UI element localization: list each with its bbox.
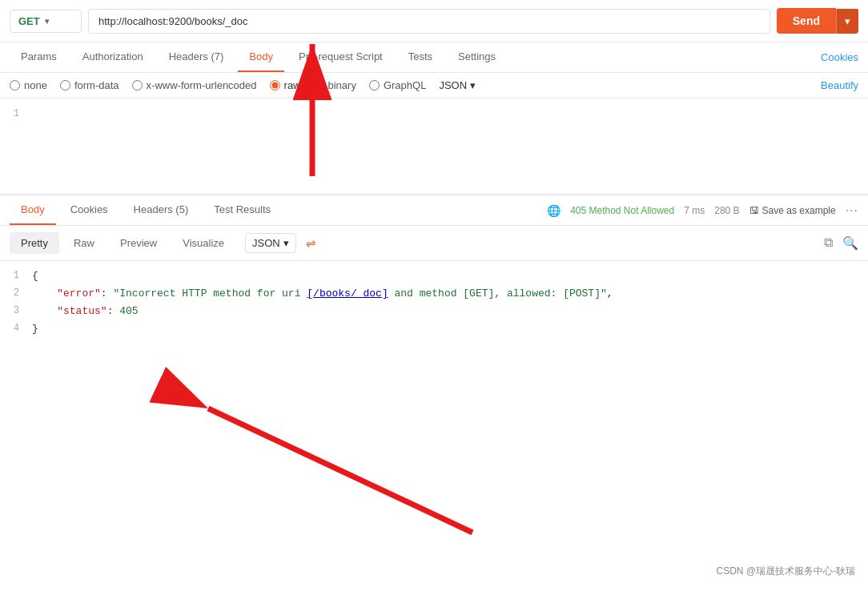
search-icon[interactable]: 🔍	[842, 235, 858, 251]
resp-line-num-2: 2	[0, 285, 32, 301]
resp-line-num-3: 3	[0, 303, 32, 319]
format-dropdown[interactable]: JSON ▾	[439, 79, 476, 91]
response-format-dropdown[interactable]: JSON ▾	[245, 233, 296, 253]
watermark: CSDN @瑞晟技术服务中心-耿瑞	[716, 565, 855, 578]
view-tab-raw[interactable]: Raw	[62, 232, 106, 254]
resp-line-num-4: 4	[0, 320, 32, 336]
req-line-num-1: 1	[0, 107, 32, 122]
view-tab-preview[interactable]: Preview	[109, 232, 168, 254]
resp-format-chevron-icon: ▾	[283, 237, 289, 249]
radio-binary[interactable]: binary	[314, 79, 356, 91]
body-options: none form-data x-www-form-urlencoded raw…	[0, 73, 868, 98]
tab-body[interactable]: Body	[238, 42, 284, 72]
send-button[interactable]: Send	[777, 8, 836, 34]
request-tabs: Params Authorization Headers (7) Body Pr…	[0, 42, 868, 73]
tab-headers[interactable]: Headers (7)	[158, 42, 235, 72]
method-dropdown[interactable]: GET ▾	[10, 10, 82, 33]
radio-none-label: none	[24, 79, 47, 91]
svg-line-3	[208, 408, 472, 533]
url-bar-section: GET ▾ Send ▾	[0, 0, 868, 42]
radio-urlencoded[interactable]: x-www-form-urlencoded	[132, 79, 257, 91]
tab-authorization[interactable]: Authorization	[71, 42, 155, 72]
copy-icon[interactable]: ⧉	[824, 235, 833, 251]
radio-raw-label: raw	[284, 79, 301, 91]
resp-tab-cookies[interactable]: Cookies	[59, 195, 119, 225]
radio-raw[interactable]: raw	[270, 79, 301, 91]
resp-tab-headers[interactable]: Headers (5)	[123, 195, 200, 225]
radio-form-data-label: form-data	[74, 79, 119, 91]
req-code-line-1: 1	[0, 107, 868, 122]
status-code: 405 Method Not Allowed	[570, 205, 674, 216]
tab-tests[interactable]: Tests	[397, 42, 444, 72]
save-icon: 🖫	[749, 205, 759, 216]
send-dropdown-button[interactable]: ▾	[836, 9, 858, 34]
resp-tab-test-results[interactable]: Test Results	[203, 195, 282, 225]
filter-icon[interactable]: ⇌	[306, 236, 316, 251]
resp-line-content-1: {	[32, 267, 38, 285]
view-tab-pretty[interactable]: Pretty	[10, 232, 59, 254]
radio-none[interactable]: none	[10, 79, 47, 91]
radio-urlencoded-label: x-www-form-urlencoded	[147, 79, 257, 91]
format-label: JSON	[439, 79, 467, 91]
response-size: 280 B	[714, 205, 739, 216]
format-chevron-icon: ▾	[470, 79, 476, 91]
resp-line-num-1: 1	[0, 267, 32, 283]
response-code-view: 1 { 2 "error": "Incorrect HTTP method fo…	[0, 261, 868, 344]
save-as-example-button[interactable]: 🖫 Save as example	[749, 205, 836, 216]
resp-tab-body[interactable]: Body	[10, 195, 56, 225]
tab-params[interactable]: Params	[10, 42, 68, 72]
resp-line-4: 4 }	[0, 320, 868, 338]
save-example-label: Save as example	[762, 205, 836, 216]
response-tabs-bar: Body Cookies Headers (5) Test Results 🌐 …	[0, 195, 868, 226]
response-section: Body Cookies Headers (5) Test Results 🌐 …	[0, 195, 868, 344]
radio-form-data[interactable]: form-data	[60, 79, 119, 91]
more-options-button[interactable]: ···	[846, 203, 858, 218]
resp-line-3: 3 "status": 405	[0, 303, 868, 320]
tab-cookies[interactable]: Cookies	[821, 43, 858, 71]
resp-line-content-2: "error": "Incorrect HTTP method for uri …	[32, 285, 613, 303]
url-input[interactable]	[88, 9, 770, 34]
radio-binary-label: binary	[328, 79, 356, 91]
resp-line-content-3: "status": 405	[32, 303, 139, 320]
response-view-tabs: Pretty Raw Preview Visualize JSON ▾ ⇌ ⧉ …	[0, 226, 868, 261]
method-label: GET	[18, 15, 40, 27]
app-container: GET ▾ Send ▾ Params Authorization Header…	[0, 0, 868, 591]
globe-icon: 🌐	[547, 204, 561, 217]
send-button-group: Send ▾	[777, 8, 858, 34]
response-meta: 🌐 405 Method Not Allowed 7 ms 280 B 🖫 Sa…	[547, 203, 858, 218]
beautify-button[interactable]: Beautify	[821, 79, 858, 91]
response-time: 7 ms	[684, 205, 705, 216]
resp-format-label: JSON	[252, 237, 280, 249]
request-code-editor[interactable]: 1	[0, 98, 868, 195]
resp-line-1: 1 {	[0, 267, 868, 285]
resp-line-2: 2 "error": "Incorrect HTTP method for ur…	[0, 285, 868, 303]
radio-graphql-label: GraphQL	[384, 79, 426, 91]
response-action-icons: ⧉ 🔍	[824, 235, 858, 251]
method-chevron-icon: ▾	[45, 17, 49, 26]
tab-pre-request-script[interactable]: Pre-request Script	[287, 42, 394, 72]
view-tab-visualize[interactable]: Visualize	[171, 232, 235, 254]
resp-line-content-4: }	[32, 320, 38, 338]
radio-graphql[interactable]: GraphQL	[369, 79, 426, 91]
tab-settings[interactable]: Settings	[447, 42, 507, 72]
